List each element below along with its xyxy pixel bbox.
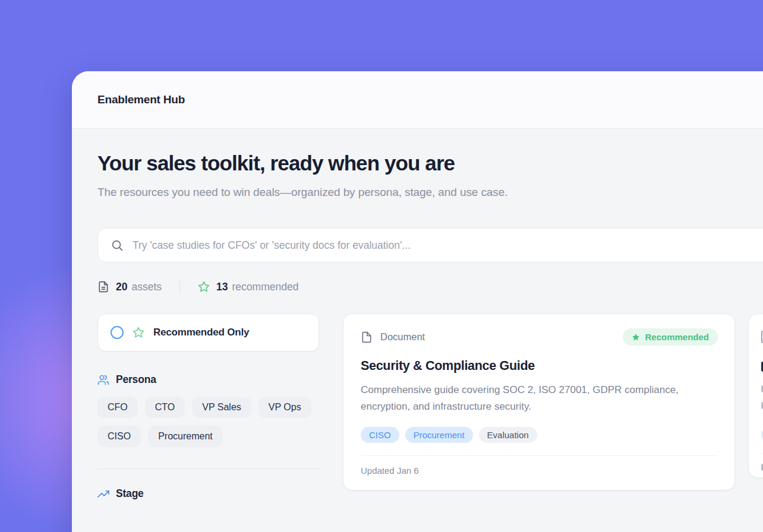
users-icon [97,374,109,386]
persona-section-heading: Persona [97,373,319,386]
card-tag: Procurement [405,427,473,443]
stats-row: 20 assets 13 recommended [97,280,763,293]
card-description: Comprehensive guide covering SOC 2, ISO … [361,382,704,415]
assets-count: 20 [116,281,127,293]
content-layout: Recommended Only Persona CFOCTOVP SalesV… [97,314,763,500]
card-footer: Updated Jan 6 [361,455,718,490]
hero-title: Your sales toolkit, ready when you are [97,151,763,175]
asset-card-security-compliance-guide[interactable]: Document Recommended Security & Complian… [343,314,735,490]
persona-chip-list: CFOCTOVP SalesVP OpsCISOProcurement [97,397,319,447]
recommended-only-toggle[interactable]: Recommended Only [97,314,319,352]
page-main: Your sales toolkit, ready when you are T… [72,151,763,500]
card-type: Document [361,331,425,343]
search-bar[interactable] [97,228,763,262]
persona-chip[interactable]: VP Sales [192,397,251,418]
trending-up-icon [97,488,109,500]
stage-heading-label: Stage [116,487,144,500]
recommended-badge-label: Recommended [645,332,709,342]
recommended-label: recommended [232,281,299,293]
card-body: Document Recommended Security & Complian… [343,314,734,443]
star-icon [133,327,144,338]
card-tag: CISO [361,427,399,443]
recommended-only-radio[interactable] [111,326,124,339]
card-type-label: Document [380,331,425,343]
desktop-background: { "app": { "title": "Enablement Hub" }, … [0,0,763,532]
recommended-count: 13 [216,281,228,293]
persona-chip[interactable]: CFO [97,397,138,418]
stats-divider [179,280,180,293]
persona-chip[interactable]: Procurement [148,426,223,447]
page-header: Enablement Hub [72,71,763,129]
star-icon [632,333,640,341]
stage-section-heading: Stage [97,487,319,500]
file-text-icon [97,281,109,293]
search-icon [111,239,124,252]
assets-count-stat: 20 assets [97,281,162,293]
card-tag: Evaluation [479,427,537,443]
recommended-badge: Recommended [623,328,718,346]
sidebar-divider [97,468,319,469]
recommended-count-stat: 13 recommended [198,281,298,293]
app-title: Enablement Hub [97,93,185,106]
star-icon [198,281,210,293]
enablement-hub-window: Enablement Hub Your sales toolkit, ready… [72,71,763,532]
persona-chip[interactable]: CTO [145,397,185,418]
search-input[interactable] [133,239,763,252]
recommended-only-label: Recommended Only [153,327,249,338]
card-tag-list: CISOProcurementEvaluation [361,427,718,443]
card-title: Security & Compliance Guide [361,359,718,373]
persona-chip[interactable]: CISO [97,426,141,447]
card-top-row: Document Recommended [361,328,718,346]
persona-heading-label: Persona [116,373,156,386]
filters-sidebar: Recommended Only Persona CFOCTOVP SalesV… [97,314,319,500]
file-icon [361,331,373,343]
assets-label: assets [131,281,162,293]
asset-card-partial[interactable] [748,314,763,478]
asset-cards-grid: Document Recommended Security & Complian… [343,314,763,490]
persona-chip[interactable]: VP Ops [258,397,311,418]
hero-subtitle: The resources you need to win deals—orga… [97,181,522,203]
